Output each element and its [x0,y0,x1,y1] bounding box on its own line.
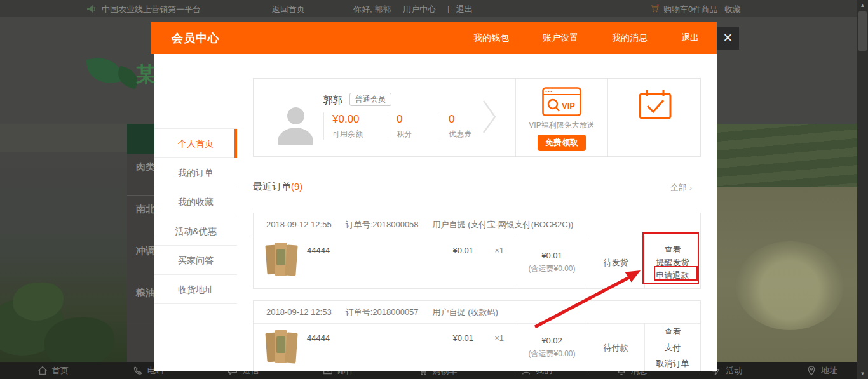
user-greeting: 你好, 郭郭 [353,4,391,15]
order-datetime: 2018-09-12 12:55 [266,220,332,229]
action-remind-shipment[interactable]: 提醒发货 [656,256,689,269]
order-card: 2018-09-12 12:55订单号:2018000058用户自提 (支付宝-… [253,213,701,289]
order-status: 待付款 [587,324,644,371]
sidebar-item-promotions[interactable]: 活动&优惠 [154,216,237,246]
order-number: 订单号:2018000057 [346,307,419,317]
location-pin-icon [806,365,817,376]
bottomnav-home[interactable]: 首页 [37,365,69,376]
order-total-cell: ¥0.02 (含运费¥0.00) [517,324,587,371]
profile-card: 郭郭 普通会员 ¥0.00 可用余额 0 积分 0 优惠券 [253,78,701,157]
action-pay[interactable]: 支付 [665,340,681,356]
tea-leaves-decor [44,317,114,368]
avatar [276,105,315,145]
member-modal-body: 个人首页 我的订单 我的收藏 活动&优惠 买家问答 收货地址 郭郭 普通会员 ¥… [154,54,717,371]
order-total: ¥0.01 [541,251,562,260]
stat-points[interactable]: 0 积分 [388,112,440,140]
product-price: ¥0.01 [452,333,473,343]
order-number: 订单号:2018000058 [346,220,419,229]
member-modal-header: 会员中心 我的钱包 账户设置 我的消息 退出 [151,22,717,54]
announcement-speaker-icon [86,4,97,16]
order-freight: (含运费¥0.00) [528,263,575,274]
product-price: ¥0.01 [452,246,473,255]
scrollbar-thumb[interactable] [858,11,867,51]
order-product-cell: 44444 ¥0.01 ×1 [254,236,517,289]
vip-benefit-section: VIP VIP福利限免大放送 免费领取 [515,79,607,156]
site-logo-text: 某 [136,61,156,89]
nav-my-messages[interactable]: 我的消息 [612,32,648,44]
product-thumbnail[interactable] [266,329,299,366]
product-qty: ×1 [494,246,504,255]
order-freight: (含运费¥0.00) [528,349,575,359]
sidebar-item-personal-home[interactable]: 个人首页 [154,129,237,158]
order-product-cell: 44444 ¥0.01 ×1 [254,324,517,371]
recent-orders-header: 最近订单(9) 全部› [253,181,701,197]
user-name: 郭郭 [323,95,342,107]
page-scrollbar[interactable]: ▲ ▼ [857,0,868,379]
modal-title: 会员中心 [172,30,220,46]
view-all-link[interactable]: 全部› [670,182,692,194]
orders-count: (9) [291,181,302,192]
sidebar-item-my-favorites[interactable]: 我的收藏 [154,187,237,216]
home-icon [37,365,48,376]
checkin-section [607,79,702,156]
modal-nav: 我的钱包 账户设置 我的消息 退出 [473,22,699,54]
phone-icon [132,365,144,376]
scrollbar-down-icon[interactable]: ▼ [857,368,868,379]
order-header: 2018-09-12 12:55订单号:2018000058用户自提 (支付宝-… [254,213,700,236]
profile-stats: ¥0.00 可用余额 0 积分 0 优惠券 [323,112,503,140]
checkin-calendar-icon[interactable] [638,88,672,120]
profile-more-chevron-icon[interactable] [481,97,498,139]
background-tea-field [717,124,868,187]
vip-benefit-text: VIP福利限免大放送 [529,120,594,131]
order-actions-cell: 查看 提醒发货 申请退款 [644,236,700,289]
topbar-separator: | [447,4,449,13]
user-center-link[interactable]: 用户中心 [403,4,436,15]
free-claim-button[interactable]: 免费领取 [538,135,586,151]
stat-balance[interactable]: ¥0.00 可用余额 [323,112,388,140]
background-photo-right [717,187,868,362]
order-status: 待发货 [587,236,644,289]
chevron-right-icon: › [689,183,692,192]
site-top-bar: 中国农业线上营销第一平台 返回首页 你好, 郭郭 用户中心 | 退出 购物车0件… [0,0,868,17]
back-home-link[interactable]: 返回首页 [272,4,305,15]
nav-logout[interactable]: 退出 [681,32,699,44]
action-cancel-order[interactable]: 取消订单 [656,356,689,371]
vip-icon[interactable]: VIP [542,87,581,116]
order-method: 用户自提 (收款码) [433,307,498,317]
member-content: 郭郭 普通会员 ¥0.00 可用余额 0 积分 0 优惠券 [237,54,717,371]
action-view[interactable]: 查看 [665,324,681,340]
cart-count-label[interactable]: 购物车0件商品 [663,4,717,15]
favorites-link[interactable]: 收藏 [724,4,741,15]
product-thumbnail[interactable] [266,241,299,278]
site-slogan: 中国农业线上营销第一平台 [102,4,201,15]
sidebar-item-shipping-address[interactable]: 收货地址 [154,275,237,304]
sidebar-item-buyer-qa[interactable]: 买家问答 [154,246,237,275]
nav-account-settings[interactable]: 账户设置 [543,32,578,44]
scrollbar-up-icon[interactable]: ▲ [857,0,868,11]
close-icon[interactable]: ✕ [717,27,739,50]
teapot-decor [736,241,844,330]
member-level-badge: 普通会员 [349,93,391,106]
order-actions-cell: 查看 支付 取消订单 [644,324,700,371]
bottomnav-address[interactable]: 地址 [806,365,837,376]
member-sidebar: 个人首页 我的订单 我的收藏 活动&优惠 买家问答 收货地址 [154,54,237,371]
product-name[interactable]: 44444 [307,333,330,343]
order-method: 用户自提 (支付宝-网银支付(BOCB2C)) [433,220,574,229]
nav-my-wallet[interactable]: 我的钱包 [473,32,509,44]
order-datetime: 2018-09-12 12:53 [266,307,332,317]
screen: 中国农业线上营销第一平台 返回首页 你好, 郭郭 用户中心 | 退出 购物车0件… [0,0,868,379]
cart-icon[interactable] [649,4,660,16]
order-total: ¥0.02 [541,336,562,345]
product-name[interactable]: 44444 [307,246,330,255]
svg-text:VIP: VIP [562,101,575,110]
action-request-refund[interactable]: 申请退款 [656,269,689,282]
action-view[interactable]: 查看 [665,244,681,256]
order-total-cell: ¥0.01 (含运费¥0.00) [517,236,587,289]
recent-orders-title: 最近订单 [253,181,291,192]
logout-link[interactable]: 退出 [456,4,473,15]
background-photo-left [0,152,127,362]
product-qty: ×1 [494,333,504,343]
order-card: 2018-09-12 12:53订单号:2018000057用户自提 (收款码)… [253,300,701,371]
order-header: 2018-09-12 12:53订单号:2018000057用户自提 (收款码) [254,301,700,324]
sidebar-item-my-orders[interactable]: 我的订单 [154,158,237,187]
